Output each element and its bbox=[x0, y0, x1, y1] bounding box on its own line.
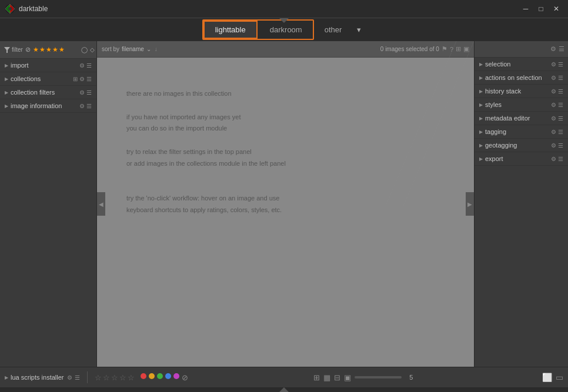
metadata-menu-icon[interactable]: ☰ bbox=[558, 115, 563, 122]
selection-arrow: ▶ bbox=[479, 62, 483, 67]
close-button[interactable]: ✕ bbox=[549, 3, 563, 15]
fullscreen-icon[interactable]: ▭ bbox=[556, 373, 563, 382]
zoom-count: 5 bbox=[405, 374, 417, 381]
bottom-dot-purple[interactable] bbox=[173, 373, 179, 379]
right-item-geotagging[interactable]: ▶ geotagging ⚙ ☰ bbox=[475, 139, 568, 152]
tab-lighttable[interactable]: lighttable bbox=[203, 21, 258, 39]
bottom-dot-red[interactable] bbox=[141, 373, 146, 379]
app-title: darktable bbox=[19, 5, 48, 13]
right-item-selection[interactable]: ▶ selection ⚙ ☰ bbox=[475, 58, 568, 71]
maximize-button[interactable]: □ bbox=[534, 3, 548, 15]
selection-label: selection bbox=[485, 61, 510, 68]
display-icon[interactable]: ⬜ bbox=[542, 373, 552, 382]
right-settings-icon[interactable]: ⚙ bbox=[550, 45, 556, 53]
bottom-divider-1 bbox=[87, 371, 88, 383]
bottom-reject-icon[interactable]: ⊘ bbox=[182, 373, 188, 382]
sidebar-item-collection-filters[interactable]: ▶ collection filters ⚙ ☰ bbox=[0, 86, 96, 99]
actions-settings-icon[interactable]: ⚙ bbox=[551, 75, 556, 81]
right-item-tagging[interactable]: ▶ tagging ⚙ ☰ bbox=[475, 125, 568, 139]
export-menu-icon[interactable]: ☰ bbox=[558, 156, 563, 162]
bottom-star-5[interactable]: ☆ bbox=[128, 373, 135, 382]
import-settings-icon[interactable]: ⚙ bbox=[79, 62, 85, 69]
compare-icon[interactable]: ⊟ bbox=[334, 373, 340, 382]
bottom-star-4[interactable]: ☆ bbox=[119, 373, 126, 382]
sidebar-item-collections[interactable]: ▶ collections ⊞ ⚙ ☰ bbox=[0, 72, 96, 86]
sidebar-item-image-information[interactable]: ▶ image information ⚙ ☰ bbox=[0, 99, 96, 113]
star-2[interactable]: ★ bbox=[39, 46, 45, 53]
filter-icon bbox=[4, 46, 11, 53]
metadata-settings-icon[interactable]: ⚙ bbox=[551, 115, 556, 122]
right-item-styles[interactable]: ▶ styles ⚙ ☰ bbox=[475, 98, 568, 112]
styles-menu-icon[interactable]: ☰ bbox=[558, 102, 563, 108]
tagging-menu-icon[interactable]: ☰ bbox=[558, 129, 563, 135]
geotagging-settings-icon[interactable]: ⚙ bbox=[551, 142, 556, 149]
import-label: import bbox=[11, 62, 29, 69]
selection-settings-icon[interactable]: ⚙ bbox=[551, 61, 556, 68]
bottom-color-dots: ⊘ bbox=[141, 373, 188, 382]
sidebar-right: ⚙ ☰ ▶ selection ⚙ ☰ ▶ actions on selecti… bbox=[474, 41, 568, 367]
right-item-metadata-editor[interactable]: ▶ metadata editor ⚙ ☰ bbox=[475, 112, 568, 125]
tagging-settings-icon[interactable]: ⚙ bbox=[551, 129, 556, 135]
bottom-dot-blue[interactable] bbox=[165, 373, 171, 379]
sidebar-left-spacer bbox=[0, 113, 96, 367]
svg-marker-2 bbox=[4, 47, 10, 53]
star-4[interactable]: ★ bbox=[52, 46, 58, 53]
minimize-button[interactable]: ─ bbox=[519, 3, 533, 15]
history-settings-icon[interactable]: ⚙ bbox=[551, 88, 556, 95]
image-info-menu-icon[interactable]: ☰ bbox=[86, 103, 92, 109]
lua-settings-icon[interactable]: ⚙ bbox=[67, 374, 72, 381]
sort-chevron[interactable]: ⌄ bbox=[146, 46, 151, 52]
right-item-history-stack[interactable]: ▶ history stack ⚙ ☰ bbox=[475, 85, 568, 98]
nav-more-button[interactable]: ▾ bbox=[352, 22, 366, 38]
sort-order-icon[interactable]: ↓ bbox=[155, 46, 158, 52]
filters-menu-icon[interactable]: ☰ bbox=[86, 89, 92, 96]
filters-settings-icon[interactable]: ⚙ bbox=[79, 89, 85, 96]
star-3[interactable]: ★ bbox=[46, 46, 52, 53]
bottom-star-2[interactable]: ☆ bbox=[103, 373, 110, 382]
diamond-icon: ◇ bbox=[90, 46, 95, 53]
collapse-right-arrow[interactable]: ▶ bbox=[466, 192, 474, 216]
bottom-dot-green[interactable] bbox=[157, 373, 163, 379]
grid-icon[interactable]: ⊞ bbox=[313, 373, 320, 382]
lua-menu-icon[interactable]: ☰ bbox=[75, 374, 80, 381]
bottom-star-1[interactable]: ☆ bbox=[95, 373, 102, 382]
star-5[interactable]: ★ bbox=[59, 46, 65, 53]
svg-point-1 bbox=[8, 7, 12, 11]
empty-line-4: try to relax the filter settings in the … bbox=[126, 146, 286, 158]
styles-settings-icon[interactable]: ⚙ bbox=[551, 102, 556, 108]
sort-field[interactable]: filename bbox=[122, 46, 144, 52]
zoom-slider[interactable] bbox=[355, 376, 402, 378]
geotagging-label: geotagging bbox=[485, 142, 517, 149]
image-info-settings-icon[interactable]: ⚙ bbox=[79, 103, 85, 109]
right-item-export[interactable]: ▶ export ⚙ ☰ bbox=[475, 152, 568, 166]
star-1[interactable]: ★ bbox=[33, 46, 39, 53]
highlight-box: lighttable darkroom bbox=[202, 19, 314, 40]
empty-line-3: you can do so in the import module bbox=[126, 123, 286, 135]
import-menu-icon[interactable]: ☰ bbox=[86, 62, 92, 69]
collection-filters-label: collection filters bbox=[11, 89, 55, 96]
collections-settings-icon[interactable]: ⚙ bbox=[79, 76, 85, 82]
main-area: filter ⊘ ★ ★ ★ ★ ★ ◯ ◇ 🔍 ▶ import bbox=[0, 41, 568, 367]
sidebar-left: filter ⊘ ★ ★ ★ ★ ★ ◯ ◇ 🔍 ▶ import bbox=[0, 41, 97, 367]
sidebar-right-spacer bbox=[475, 166, 568, 367]
sidebar-item-import[interactable]: ▶ import ⚙ ☰ bbox=[0, 59, 96, 72]
collections-menu-icon[interactable]: ☰ bbox=[86, 76, 92, 82]
bottom-dot-orange[interactable] bbox=[149, 373, 155, 379]
right-item-actions-on-selection[interactable]: ▶ actions on selection ⚙ ☰ bbox=[475, 71, 568, 85]
history-menu-icon[interactable]: ☰ bbox=[558, 88, 563, 95]
single-icon[interactable]: ▣ bbox=[344, 373, 351, 382]
tab-other[interactable]: other bbox=[314, 22, 353, 38]
right-menu-icon[interactable]: ☰ bbox=[559, 45, 564, 53]
tab-darkroom[interactable]: darkroom bbox=[259, 22, 313, 38]
export-settings-icon[interactable]: ⚙ bbox=[551, 156, 556, 162]
selection-menu-icon[interactable]: ☰ bbox=[558, 61, 563, 68]
collapse-left-arrow[interactable]: ◀ bbox=[97, 192, 105, 216]
svg-line-4 bbox=[403, 41, 474, 206]
actions-menu-icon[interactable]: ☰ bbox=[558, 75, 563, 81]
triangle-decoration bbox=[279, 18, 289, 23]
bottom-star-3[interactable]: ☆ bbox=[111, 373, 118, 382]
collections-list-icon[interactable]: ⊞ bbox=[73, 76, 78, 82]
filmstrip2-icon[interactable]: ▦ bbox=[323, 373, 330, 382]
empty-line-5: or add images in the collections module … bbox=[126, 158, 286, 170]
geotagging-menu-icon[interactable]: ☰ bbox=[558, 142, 563, 149]
